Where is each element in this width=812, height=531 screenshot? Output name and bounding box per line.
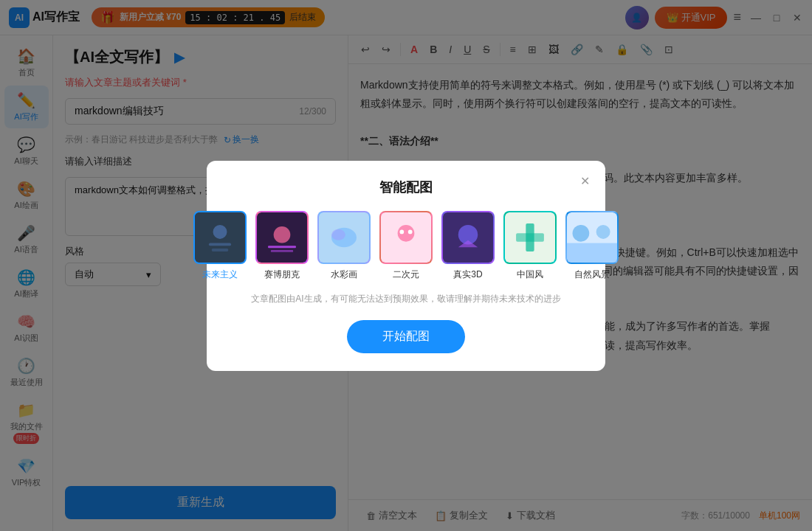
dialog-hint: 文章配图由AI生成，有可能无法达到预期效果，敬请理解并期待未来技术的进步 xyxy=(224,293,588,305)
style-card-real3d[interactable]: 真实3D xyxy=(441,211,495,281)
style-name-chinese: 中国风 xyxy=(517,268,543,281)
style-card-anime[interactable]: 二次元 xyxy=(379,211,433,281)
start-config-button[interactable]: 开始配图 xyxy=(347,320,465,353)
style-img-anime xyxy=(379,211,433,264)
svg-point-12 xyxy=(398,225,415,242)
svg-rect-21 xyxy=(567,243,617,262)
style-grid: 未来主义 赛博朋克 水彩画 二次元 xyxy=(224,211,588,281)
svg-rect-3 xyxy=(212,249,229,251)
style-card-watercolor[interactable]: 水彩画 xyxy=(317,211,371,281)
svg-point-10 xyxy=(331,229,345,240)
svg-point-23 xyxy=(596,225,610,239)
dialog-title: 智能配图 xyxy=(224,178,588,196)
style-name-anime: 二次元 xyxy=(393,268,419,281)
dialog-close-button[interactable]: ✕ xyxy=(576,173,593,190)
svg-point-1 xyxy=(213,225,227,239)
svg-rect-2 xyxy=(209,243,231,246)
style-img-chinese xyxy=(503,211,557,264)
svg-rect-19 xyxy=(516,233,544,241)
style-img-real3d xyxy=(441,211,495,264)
style-card-nature[interactable]: 自然风景 xyxy=(565,211,619,281)
style-img-nature xyxy=(565,211,619,264)
dialog-overlay: 智能配图 ✕ 未来主义 赛博朋克 水彩画 xyxy=(0,0,812,531)
style-card-cyber[interactable]: 赛博朋克 xyxy=(255,211,309,281)
style-img-watercolor xyxy=(317,211,371,264)
style-name-real3d: 真实3D xyxy=(453,268,482,281)
style-name-cyber: 赛博朋克 xyxy=(264,268,300,281)
svg-point-22 xyxy=(573,225,590,242)
style-name-watercolor: 水彩画 xyxy=(331,268,357,281)
style-name-future: 未来主义 xyxy=(202,268,238,281)
svg-point-13 xyxy=(400,229,405,234)
svg-point-5 xyxy=(274,226,291,243)
style-card-future[interactable]: 未来主义 xyxy=(193,211,247,281)
style-name-nature: 自然风景 xyxy=(574,268,610,281)
style-img-future xyxy=(193,211,247,264)
dialog: 智能配图 ✕ 未来主义 赛博朋克 水彩画 xyxy=(207,161,605,371)
svg-rect-7 xyxy=(271,250,293,252)
style-img-cyber xyxy=(255,211,309,264)
svg-point-14 xyxy=(408,229,413,234)
style-card-chinese[interactable]: 中国风 xyxy=(503,211,557,281)
svg-rect-6 xyxy=(268,246,296,248)
